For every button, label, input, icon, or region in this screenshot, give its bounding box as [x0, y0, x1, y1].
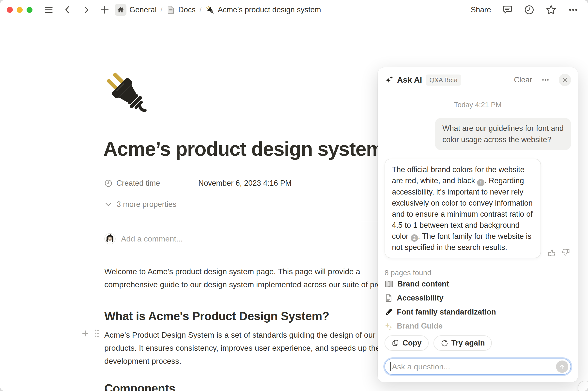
chat-timestamp: Today 4:21 PM: [384, 101, 571, 109]
source-page-accessibility[interactable]: Accessibility: [384, 291, 571, 305]
document-icon: [166, 5, 175, 14]
pages-found-label: 8 pages found: [384, 269, 571, 277]
block-handles: [81, 329, 100, 338]
copy-icon: [391, 339, 399, 347]
ask-ai-footer: Copy Try again: [384, 335, 571, 375]
ellipsis-icon: [568, 4, 579, 15]
chevron-left-icon: [63, 5, 72, 14]
forward-button[interactable]: [81, 4, 92, 15]
breadcrumb-separator: /: [160, 6, 162, 14]
panel-more-options-button[interactable]: [541, 75, 550, 85]
zoom-window-button[interactable]: [27, 7, 32, 13]
app-window: General / Docs / Acme’s product design s…: [0, 0, 588, 391]
thumbs-up-icon: [547, 248, 556, 257]
share-button[interactable]: Share: [471, 5, 491, 14]
clear-button[interactable]: Clear: [514, 76, 532, 84]
favorite-button[interactable]: [546, 4, 557, 15]
close-panel-button[interactable]: [559, 74, 571, 86]
section-heading-what-is[interactable]: What is Acme's Product Design System?: [104, 309, 329, 323]
star-icon: [546, 4, 557, 15]
book-icon: [384, 280, 393, 288]
hamburger-icon: [44, 5, 54, 15]
history-button[interactable]: [524, 5, 534, 15]
breadcrumb-item-general[interactable]: General: [115, 4, 156, 16]
sparkles-icon: [384, 322, 393, 330]
thumbs-up-button[interactable]: [547, 248, 556, 257]
add-block-button[interactable]: [81, 329, 90, 338]
comment-icon: [502, 5, 513, 15]
ai-answer-block: The official brand colors for the websit…: [384, 159, 571, 258]
plug-icon: [205, 5, 215, 14]
ask-question-inputbox[interactable]: [384, 359, 571, 375]
topbar-actions: Share: [471, 4, 579, 15]
more-properties-toggle[interactable]: 3 more properties: [104, 199, 176, 210]
breadcrumb-label: General: [129, 5, 156, 14]
breadcrumb-item-current-page[interactable]: Acme’s product design system: [205, 5, 321, 14]
property-label: Created time: [104, 179, 198, 188]
source-page-brand-content[interactable]: Brand content: [384, 277, 571, 291]
breadcrumb-label: Docs: [178, 5, 196, 14]
minimize-window-button[interactable]: [17, 7, 23, 13]
ask-ai-panel: Ask AI Q&A Beta Clear Today 4:21 PM What…: [378, 67, 578, 382]
add-comment-placeholder: Add a comment...: [121, 234, 183, 243]
text-cursor: [390, 362, 391, 371]
drag-handle[interactable]: [94, 329, 100, 338]
source-page-brand-guide[interactable]: Brand Guide: [384, 319, 571, 333]
page-icon: [384, 294, 393, 302]
pen-icon: [384, 308, 393, 316]
breadcrumb-label: Acme’s product design system: [218, 5, 321, 14]
nav-controls: [43, 4, 110, 15]
plus-icon: [100, 5, 110, 15]
retry-icon: [440, 339, 448, 347]
avatar: [104, 233, 116, 244]
section-heading-components[interactable]: Components: [104, 382, 175, 391]
source-page-font-family[interactable]: Font family standardization: [384, 305, 571, 319]
clock-icon: [104, 179, 113, 187]
arrow-up-icon: [559, 363, 566, 370]
thumbs-down-button[interactable]: [561, 248, 571, 257]
chat-thread: Today 4:21 PM What are our guidelines fo…: [384, 86, 571, 335]
home-icon: [115, 4, 126, 16]
back-button[interactable]: [62, 4, 73, 15]
feedback-buttons: [547, 248, 571, 257]
close-window-button[interactable]: [7, 7, 13, 13]
breadcrumb-item-docs[interactable]: Docs: [166, 5, 196, 14]
page-icon-button[interactable]: [104, 69, 149, 118]
citation-1-badge[interactable]: 1: [477, 179, 484, 187]
ask-question-input[interactable]: [392, 362, 556, 371]
sparkle-ai-icon: [384, 75, 394, 85]
clock-icon: [524, 5, 534, 15]
new-tab-button[interactable]: [99, 4, 110, 15]
more-options-button[interactable]: [568, 4, 579, 15]
citation-2-badge[interactable]: 2: [411, 234, 418, 242]
sidebar-toggle-button[interactable]: [43, 4, 54, 15]
ask-ai-header: Ask AI Q&A Beta Clear: [384, 74, 571, 86]
chevron-right-icon: [82, 5, 91, 14]
plug-icon: [104, 69, 149, 118]
thumbs-down-icon: [561, 248, 571, 257]
ai-answer-bubble: The official brand colors for the websit…: [384, 159, 541, 258]
plus-icon: [81, 329, 90, 338]
window-controls: [7, 7, 32, 13]
chevron-down-icon: [104, 200, 112, 208]
close-icon: [562, 77, 568, 83]
comments-button[interactable]: [502, 5, 513, 15]
property-value: November 6, 2023 4:16 PM: [198, 179, 292, 188]
user-question-bubble: What are our guidelines for font and col…: [435, 118, 571, 150]
qa-beta-badge: Q&A Beta: [426, 75, 461, 86]
add-comment-row[interactable]: Add a comment...: [104, 233, 183, 244]
property-row-created-time[interactable]: Created time November 6, 2023 4:16 PM: [104, 178, 292, 189]
try-again-button[interactable]: Try again: [434, 335, 492, 351]
ask-ai-title: Ask AI: [397, 75, 422, 85]
breadcrumb-separator: /: [200, 6, 202, 14]
ellipsis-icon: [541, 75, 550, 85]
top-bar: General / Docs / Acme’s product design s…: [0, 0, 588, 20]
copy-button[interactable]: Copy: [384, 335, 429, 351]
drag-handle-icon: [94, 329, 100, 338]
send-button[interactable]: [556, 361, 568, 373]
breadcrumb: General / Docs / Acme’s product design s…: [115, 4, 321, 16]
